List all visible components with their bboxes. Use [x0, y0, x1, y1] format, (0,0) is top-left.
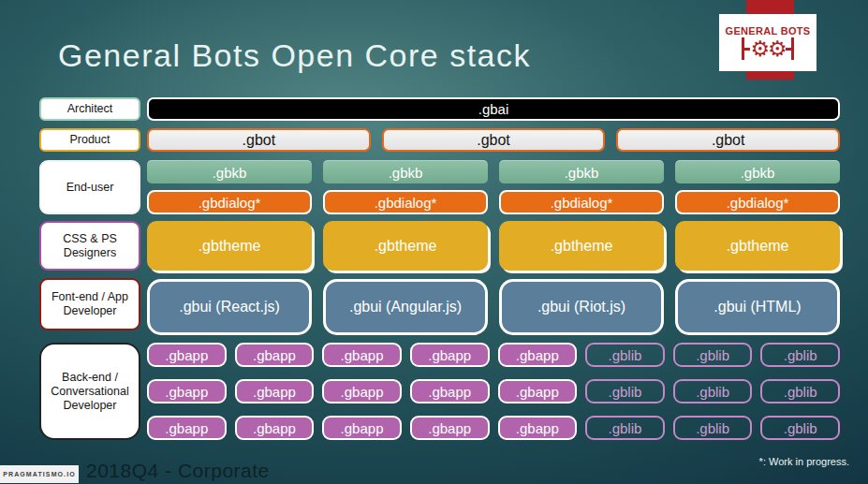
- gbapp-box: .gbapp: [235, 416, 315, 440]
- gblib-box: .gblib: [585, 416, 665, 440]
- gbapp-box: .gbapp: [147, 416, 227, 440]
- row-gbui: .gbui (React.js) .gbui (Angular.js) .gbu…: [147, 279, 840, 335]
- gbapp-box: .gbapp: [410, 416, 490, 440]
- gbdialog-box: .gbdialog*: [147, 190, 312, 214]
- gbapp-box: .gbapp: [235, 379, 315, 403]
- gbdialog-box: .gbdialog*: [675, 190, 840, 214]
- row-gbapp-gblib-3: .gbapp .gbapp .gbapp .gbapp .gbapp .gbli…: [147, 416, 840, 440]
- gbapp-box: .gbapp: [322, 379, 402, 403]
- gear-glyphs: ⚙⚙: [750, 38, 785, 60]
- gbapp-box: .gbapp: [410, 343, 490, 367]
- gbai-box: .gbai: [147, 97, 840, 121]
- gbdialog-box: .gbdialog*: [499, 190, 664, 214]
- gbui-html-box: .gbui (HTML): [675, 279, 840, 335]
- gbkb-box: .gbkb: [147, 160, 312, 183]
- row-label-end-user: End-user: [39, 160, 140, 214]
- gbtheme-box: .gbtheme: [323, 221, 488, 271]
- row-gbapp-gblib-2: .gbapp .gbapp .gbapp .gbapp .gbapp .gbli…: [147, 379, 840, 403]
- general-bots-logo: GENERAL BOTS ⚙⚙: [719, 14, 817, 71]
- pragmatismo-brand-text: PRAGMATISMO.IO: [3, 471, 76, 477]
- row-label-product: Product: [39, 128, 140, 152]
- gbui-riot-box: .gbui (Riot.js): [499, 279, 664, 335]
- gblib-box: .gblib: [673, 416, 753, 440]
- gblib-box: .gblib: [673, 343, 753, 367]
- gbdialog-box: .gbdialog*: [323, 190, 488, 214]
- gbapp-box: .gbapp: [410, 379, 490, 403]
- row-label-frontend-app-developer: Font-end / App Developer: [39, 278, 140, 330]
- gbkb-box: .gbkb: [499, 160, 664, 183]
- gbapp-box: .gbapp: [235, 343, 315, 367]
- gbtheme-box: .gbtheme: [147, 221, 312, 271]
- gblib-box: .gblib: [760, 379, 840, 403]
- gbtheme-box: .gbtheme: [499, 221, 664, 271]
- gears-icon: ⚙⚙: [742, 37, 793, 60]
- row-gbdialog: .gbdialog* .gbdialog* .gbdialog* .gbdial…: [147, 190, 840, 214]
- gbapp-box: .gbapp: [322, 416, 402, 440]
- gblib-box: .gblib: [585, 379, 665, 403]
- slide-background: General Bots Open Core stack GENERAL BOT…: [0, 0, 868, 484]
- gear-right-bar: [791, 37, 794, 60]
- row-gbtheme: .gbtheme .gbtheme .gbtheme .gbtheme: [147, 221, 840, 271]
- gbapp-box: .gbapp: [147, 343, 227, 367]
- gbot-box: .gbot: [147, 128, 371, 152]
- gblib-box: .gblib: [673, 379, 753, 403]
- gblib-box: .gblib: [760, 343, 840, 367]
- gbui-react-box: .gbui (React.js): [147, 279, 312, 335]
- row-label-backend-conversational-developer: Back-end / Conversational Developer: [39, 343, 140, 440]
- gblib-box: .gblib: [585, 343, 665, 367]
- pragmatismo-logo-chip: PRAGMATISMO.IO: [0, 465, 79, 483]
- gbtheme-box: .gbtheme: [675, 221, 840, 271]
- gbot-box: .gbot: [382, 128, 606, 152]
- row-label-architect: Architect: [39, 97, 140, 121]
- gblib-box: .gblib: [760, 416, 840, 440]
- page-title: General Bots Open Core stack: [58, 37, 531, 74]
- row-gbai: .gbai: [147, 97, 840, 121]
- row-gbot: .gbot .gbot .gbot: [147, 128, 840, 152]
- gbkb-box: .gbkb: [323, 160, 488, 183]
- gbot-box: .gbot: [616, 128, 840, 152]
- gbapp-box: .gbapp: [322, 343, 402, 367]
- gbapp-box: .gbapp: [498, 379, 578, 403]
- gbapp-box: .gbapp: [498, 416, 578, 440]
- footer-caption: 2018Q4 - Corporate: [86, 460, 270, 482]
- gbui-angular-box: .gbui (Angular.js): [323, 279, 488, 335]
- row-gbapp-gblib-1: .gbapp .gbapp .gbapp .gbapp .gbapp .gbli…: [147, 343, 840, 367]
- row-label-css-ps-designers: CSS & PS Designers: [39, 221, 140, 271]
- gbapp-box: .gbapp: [147, 379, 227, 403]
- row-gbkb: .gbkb .gbkb .gbkb .gbkb: [147, 160, 840, 183]
- work-in-progress-note: *: Work in progress.: [759, 456, 849, 467]
- logo-brand-text: GENERAL BOTS: [726, 25, 811, 37]
- gbkb-box: .gbkb: [675, 160, 840, 183]
- gbapp-box: .gbapp: [498, 343, 578, 367]
